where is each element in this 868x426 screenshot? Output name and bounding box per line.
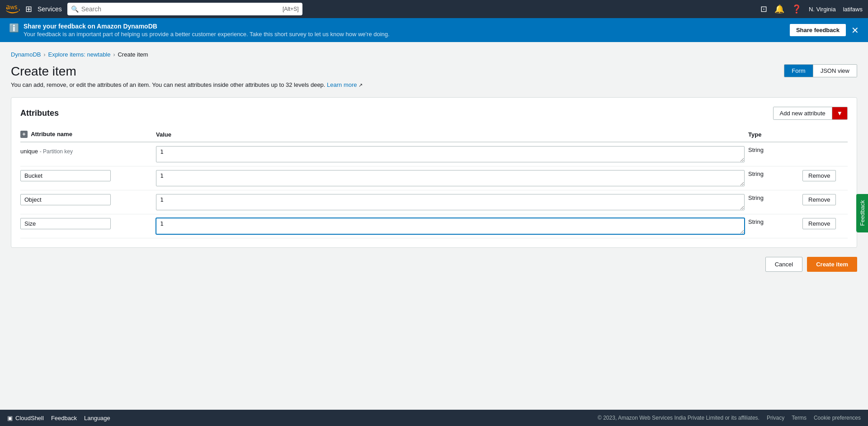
- create-item-button[interactable]: Create item: [807, 257, 857, 272]
- aws-logo[interactable]: [5, 5, 20, 14]
- attr-type-label-1: String: [748, 168, 764, 177]
- external-link-icon: ↗: [359, 82, 363, 88]
- attr-name-input-2[interactable]: [20, 194, 111, 205]
- attr-name-input-1[interactable]: [20, 170, 111, 181]
- attr-value-input-2[interactable]: 1: [156, 194, 745, 210]
- attr-value-cell-3: 1: [156, 214, 748, 238]
- description-text: You can add, remove, or edit the attribu…: [11, 81, 325, 88]
- table-row: 1 String Remove: [20, 190, 848, 214]
- breadcrumb-dynamodb[interactable]: DynamoDB: [11, 51, 41, 58]
- page-title: Create item: [11, 64, 76, 79]
- action-footer: Cancel Create item: [11, 257, 857, 272]
- attr-name-input-3[interactable]: [20, 218, 111, 229]
- attributes-header: Attributes Add new attribute ▼: [20, 107, 848, 120]
- attr-name-cell-0: unique - Partition key: [20, 142, 156, 166]
- close-banner-button[interactable]: ✕: [851, 26, 859, 35]
- help-icon[interactable]: ❓: [792, 4, 802, 14]
- learn-more-link[interactable]: Learn more: [327, 81, 357, 88]
- col-header-value: Value: [156, 127, 748, 142]
- attributes-title: Attributes: [20, 109, 59, 118]
- remove-button-2[interactable]: Remove: [802, 194, 836, 205]
- partition-key-label: - Partition key: [40, 148, 73, 155]
- remove-button-1[interactable]: Remove: [802, 170, 836, 181]
- attr-type-cell-0: String: [748, 142, 802, 166]
- view-toggle: Form JSON view: [784, 64, 857, 77]
- share-feedback-button[interactable]: Share feedback: [790, 24, 846, 36]
- attr-name-cell-2: [20, 190, 156, 214]
- attr-name-cell-3: [20, 214, 156, 238]
- breadcrumb: DynamoDB › Explore items: newtable › Cre…: [11, 51, 857, 58]
- add-attribute-dropdown-button[interactable]: ▼: [832, 107, 847, 119]
- attr-type-label-2: String: [748, 192, 764, 201]
- col-header-type: Type: [748, 127, 802, 142]
- search-bar: 🔍 [Alt+S]: [67, 3, 302, 15]
- breadcrumb-sep-1: ›: [43, 52, 45, 58]
- json-view-button[interactable]: JSON view: [813, 65, 857, 77]
- add-row-icon[interactable]: +: [20, 131, 28, 138]
- search-input[interactable]: [81, 5, 280, 13]
- attr-name-cell-1: [20, 166, 156, 190]
- attr-value-cell-2: 1: [156, 190, 748, 214]
- attr-value-cell-0: 1: [156, 142, 748, 166]
- region-selector[interactable]: N. Virginia: [809, 6, 836, 13]
- info-icon: ℹ️: [9, 23, 19, 33]
- add-attribute-button[interactable]: Add new attribute: [774, 107, 832, 119]
- feedback-banner-content: ℹ️ Share your feedback on Amazon DynamoD…: [9, 23, 390, 38]
- table-row: 1 String Remove: [20, 214, 848, 238]
- top-nav: ⊞ Services 🔍 [Alt+S] ⊡ 🔔 ❓ N. Virginia l…: [0, 0, 868, 18]
- remove-button-3[interactable]: Remove: [802, 218, 836, 229]
- bell-icon[interactable]: 🔔: [774, 4, 784, 14]
- table-row: unique - Partition key 1 String: [20, 142, 848, 166]
- attr-type-label-3: String: [748, 216, 764, 225]
- user-menu[interactable]: latifaws: [843, 6, 863, 13]
- page-header: Create item Form JSON view: [11, 64, 857, 79]
- breadcrumb-explore[interactable]: Explore items: newtable: [48, 51, 110, 58]
- attr-value-cell-1: 1: [156, 166, 748, 190]
- col-header-name: + Attribute name: [20, 127, 156, 142]
- table-header-row: + Attribute name Value Type: [20, 127, 848, 142]
- attributes-table: + Attribute name Value Type unique - Par…: [20, 127, 848, 238]
- table-row: 1 String Remove: [20, 166, 848, 190]
- col-header-action: [802, 127, 848, 142]
- attr-action-cell-1: Remove: [802, 166, 848, 190]
- attr-value-input-1[interactable]: 1: [156, 170, 745, 186]
- main-content: DynamoDB › Explore items: newtable › Cre…: [0, 42, 868, 281]
- breadcrumb-sep-2: ›: [113, 52, 115, 58]
- cloud-icon[interactable]: ⊡: [760, 4, 767, 14]
- add-attribute-btn-group: Add new attribute ▼: [773, 107, 848, 120]
- attr-type-cell-3: String: [748, 214, 802, 238]
- breadcrumb-current: Create item: [118, 51, 148, 58]
- attributes-panel: Attributes Add new attribute ▼ + Attribu…: [11, 97, 857, 248]
- page-description: You can add, remove, or edit the attribu…: [11, 81, 857, 88]
- feedback-tab[interactable]: Feedback: [856, 194, 868, 232]
- feedback-banner-text: Share your feedback on Amazon DynamoDB Y…: [24, 23, 390, 38]
- feedback-banner-actions: Share feedback ✕: [790, 24, 859, 36]
- feedback-banner-title: Share your feedback on Amazon DynamoDB: [24, 23, 390, 30]
- attr-type-label-0: String: [748, 144, 764, 153]
- attr-action-cell-2: Remove: [802, 190, 848, 214]
- search-shortcut: [Alt+S]: [283, 6, 299, 12]
- cancel-button[interactable]: Cancel: [765, 257, 802, 272]
- attr-type-cell-2: String: [748, 190, 802, 214]
- attr-name-label-0: unique - Partition key: [20, 146, 152, 156]
- feedback-banner: ℹ️ Share your feedback on Amazon DynamoD…: [0, 18, 868, 42]
- search-icon: 🔍: [71, 5, 79, 13]
- feedback-banner-desc: Your feedback is an important part of he…: [24, 31, 390, 38]
- attr-action-cell-3: Remove: [802, 214, 848, 238]
- attr-action-cell-0: [802, 142, 848, 166]
- form-view-button[interactable]: Form: [784, 65, 813, 77]
- grid-icon[interactable]: ⊞: [25, 4, 32, 14]
- nav-right: ⊡ 🔔 ❓ N. Virginia latifaws: [760, 4, 863, 14]
- attr-value-input-3[interactable]: 1: [156, 218, 745, 234]
- attr-type-cell-1: String: [748, 166, 802, 190]
- services-label[interactable]: Services: [38, 5, 62, 13]
- attr-value-input-0[interactable]: 1: [156, 146, 745, 162]
